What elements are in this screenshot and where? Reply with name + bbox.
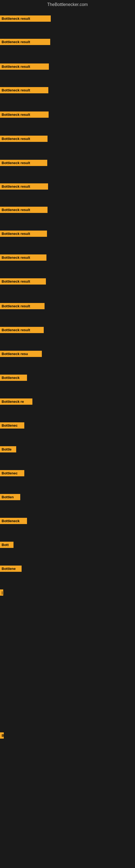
bottleneck-result-item[interactable]: Bottleneck result <box>0 278 46 284</box>
bottleneck-result-item[interactable]: Bottleneck resu <box>0 351 42 357</box>
bottleneck-result-item[interactable]: Bottleneck re <box>0 399 32 405</box>
bottleneck-result-item[interactable]: | <box>0 589 3 596</box>
bottleneck-result-item[interactable]: Bottleneck result <box>0 39 50 45</box>
bottleneck-result-item[interactable]: Bottleneck result <box>0 160 47 166</box>
bottleneck-result-item[interactable]: Bottlen <box>0 494 20 500</box>
bottleneck-result-item[interactable]: Bottleneck result <box>0 87 48 93</box>
bottleneck-result-item[interactable]: Bottleneck result <box>0 327 44 333</box>
bottleneck-result-item[interactable]: B <box>0 733 4 739</box>
site-title: TheBottlenecker.com <box>0 0 135 9</box>
bottleneck-result-item[interactable]: Bottleneck <box>0 375 27 381</box>
bottleneck-result-item[interactable]: Bottlenec <box>0 422 24 429</box>
bottleneck-result-item[interactable]: Bottleneck result <box>0 135 48 142</box>
bottleneck-result-item[interactable]: Bottleneck result <box>0 112 49 118</box>
bottleneck-result-item[interactable]: Bottleneck result <box>0 230 47 237</box>
bottleneck-result-item[interactable]: Bottleneck result <box>0 16 51 22</box>
bottleneck-result-item[interactable]: Bottleneck <box>0 518 27 524</box>
bottleneck-result-item[interactable]: Bottleneck result <box>0 207 48 213</box>
bottleneck-result-item[interactable]: Bottleneck result <box>0 254 46 261</box>
bottleneck-result-item[interactable]: Bottlene <box>0 565 21 572</box>
bottleneck-result-item[interactable]: Bottleneck result <box>0 183 48 190</box>
bottleneck-result-item[interactable]: Bottle <box>0 446 16 453</box>
bottleneck-result-item[interactable]: Bottleneck result <box>0 63 49 70</box>
bottleneck-result-item[interactable]: Bottlenec <box>0 470 24 476</box>
bottleneck-result-item[interactable]: Bottleneck result <box>0 303 45 309</box>
bottleneck-result-item[interactable]: Bott <box>0 542 13 548</box>
